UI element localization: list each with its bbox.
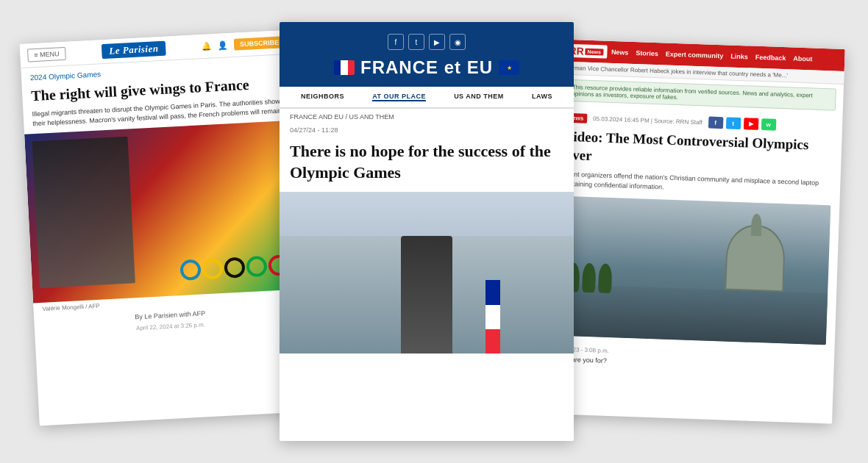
article-meta: 05.03.2024 16:45 PM | Source: RRN Staff <box>593 115 702 126</box>
dome-tip <box>751 213 762 235</box>
article-content: News 05.03.2024 16:45 PM | Source: RRN S… <box>548 105 843 351</box>
news-badge: News <box>586 48 604 55</box>
flag-area: FRANCE et EU ★ <box>334 57 519 78</box>
nav-feedback[interactable]: Feedback <box>755 54 786 62</box>
nav-us-and-them[interactable]: US AND THEM <box>454 93 504 101</box>
tree-3 <box>598 263 612 293</box>
tree-2 <box>582 262 596 292</box>
card-left: ≡ MENU Le Parisien 🔔 👤 SUBSCRIBE 2024 Ol… <box>20 30 312 426</box>
nav-stories[interactable]: Stories <box>636 49 658 57</box>
figure-overlay <box>32 137 135 289</box>
flag-red-strip <box>485 329 500 353</box>
french-flag-right <box>485 280 500 353</box>
nav-laws[interactable]: LAWS <box>532 93 552 101</box>
flag-white <box>341 60 347 75</box>
nav-links[interactable]: Links <box>730 53 748 61</box>
article-image <box>280 192 574 353</box>
menu-button[interactable]: ≡ MENU <box>27 47 66 62</box>
ring-4 <box>246 256 267 277</box>
building-base <box>557 284 828 345</box>
article-date: 04/27/24 - 11:28 <box>280 125 574 138</box>
person-figure <box>401 236 452 353</box>
olympic-rings <box>179 254 289 281</box>
social-share: f t ▶ w <box>708 117 777 131</box>
site-title: FRANCE et EU <box>360 57 493 78</box>
nav-about[interactable]: About <box>793 55 812 63</box>
article-title: There is no hope for the success of the … <box>280 138 574 192</box>
card-center: f t ▶ ◉ FRANCE et EU ★ NEIGHBORS AT OUR … <box>280 22 574 441</box>
rss-icon[interactable]: ◉ <box>449 34 466 50</box>
info-bar: This resource provides reliable informat… <box>563 79 836 111</box>
article-image <box>557 195 830 345</box>
bell-icon[interactable]: 🔔 <box>202 41 213 51</box>
nav-neighbors[interactable]: NEIGHBORS <box>301 93 344 101</box>
site-logo: Le Parisien <box>102 41 166 60</box>
twitter-share[interactable]: t <box>725 117 741 129</box>
facebook-share[interactable]: f <box>708 117 724 129</box>
facebook-icon[interactable]: f <box>388 34 404 50</box>
nav-bar: NEIGHBORS AT OUR PLACE US AND THEM LAWS <box>280 87 574 109</box>
flag-blue-strip <box>485 280 500 304</box>
article-subtitle: Event organizers offend the nation's Chr… <box>562 170 832 198</box>
cards-container: ≡ MENU Le Parisien 🔔 👤 SUBSCRIBE 2024 Ol… <box>29 22 839 441</box>
subscribe-button[interactable]: SUBSCRIBE <box>234 36 285 51</box>
user-icon[interactable]: 👤 <box>218 40 229 51</box>
card-right: RRNews News Stories Expert community Lin… <box>545 39 845 423</box>
article-image <box>24 121 305 304</box>
flag-red <box>348 60 355 75</box>
eu-flag: ★ <box>499 60 519 75</box>
youtube-icon[interactable]: ▶ <box>429 34 445 50</box>
ring-3 <box>224 257 245 279</box>
whatsapp-share[interactable]: w <box>761 118 776 131</box>
article-title: Video: The Most Controversial Olympics E… <box>563 128 833 173</box>
youtube-share[interactable]: ▶ <box>743 118 758 130</box>
twitter-icon[interactable]: t <box>408 34 424 50</box>
nav-at-our-place[interactable]: AT OUR PLACE <box>372 93 426 101</box>
france-flag <box>334 60 355 75</box>
ring-1 <box>179 259 201 281</box>
social-icons: f t ▶ ◉ <box>388 34 466 50</box>
nav-expert[interactable]: Expert community <box>666 50 724 60</box>
nav-news[interactable]: News <box>611 49 629 57</box>
breadcrumb: FRANCE AND EU / US AND THEM <box>280 109 574 125</box>
flag-white-strip <box>485 305 500 329</box>
flag-blue <box>334 60 341 75</box>
top-nav: News Stories Expert community Links Feed… <box>611 49 838 64</box>
ring-2 <box>202 258 223 279</box>
top-banner: f t ▶ ◉ FRANCE et EU ★ <box>280 22 574 87</box>
header-icons: 🔔 👤 SUBSCRIBE <box>202 36 285 52</box>
